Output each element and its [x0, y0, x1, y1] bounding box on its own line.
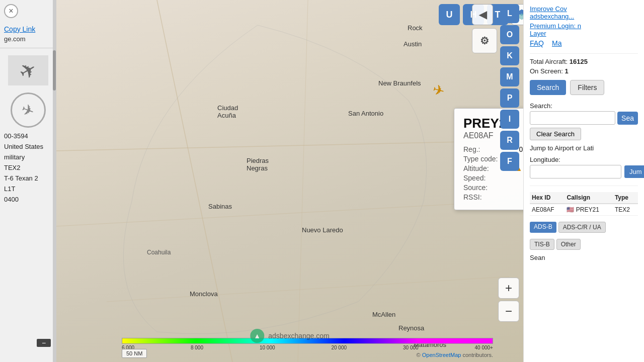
f-button[interactable]: F	[500, 152, 519, 171]
p-button[interactable]: P	[500, 88, 519, 108]
map-background	[56, 0, 523, 362]
aircraft-circle-icon: ✈	[19, 100, 37, 120]
m-button[interactable]: M	[500, 67, 519, 86]
back-button[interactable]: ◀	[472, 4, 493, 25]
sean-label: Sean	[530, 254, 638, 261]
category-field: military	[0, 152, 56, 162]
panel-divider-2	[530, 186, 638, 186]
minus-button[interactable]: −	[37, 339, 51, 347]
popup-reg-label: Reg.:	[463, 145, 480, 153]
panel-links: FAQ Ma	[530, 39, 638, 47]
gear-button[interactable]: ⚙	[472, 28, 497, 53]
jump-input[interactable]	[530, 165, 621, 178]
on-screen-stat: On Screen: 1	[530, 67, 638, 75]
close-button[interactable]: ×	[4, 4, 18, 18]
zoom-in-button[interactable]: +	[498, 278, 519, 299]
callsign-header: Callsign	[565, 192, 612, 204]
map-letter-controls: L O K M P I R F	[500, 4, 519, 171]
color-label-3: 10 000	[260, 345, 275, 350]
l-button[interactable]: L	[500, 4, 519, 23]
close-icon: ×	[9, 7, 13, 16]
popup-rssi-row: RSSI: n/a	[463, 193, 523, 201]
flag-icon: 🇺🇸	[567, 206, 574, 213]
adsb-watermark: ▲ adsbexchange.com	[250, 329, 329, 343]
total-value: 16125	[570, 58, 588, 65]
popup-reg-value: 00-3594	[519, 145, 523, 153]
faq-link[interactable]: FAQ	[530, 39, 544, 47]
wtc-field: L1T	[0, 184, 56, 194]
panel-action-buttons: Search Filters	[530, 80, 638, 95]
adsc-badge[interactable]: ADS-C/R / UA	[558, 222, 606, 233]
popup-alt-label: Altitude:	[463, 164, 489, 172]
scrollbar[interactable]	[53, 0, 56, 362]
adsb-badge[interactable]: ADS-B	[530, 222, 556, 233]
map-right-controls: ◀ ⚙	[472, 4, 497, 53]
table-row[interactable]: AE08AF 🇺🇸 PREY21 TEX2	[530, 204, 638, 216]
color-label-6: 40 000+	[475, 345, 493, 350]
type-header: Type	[613, 192, 638, 204]
table-hex-cell: AE08AF	[530, 204, 565, 216]
search-row: Sea	[530, 111, 638, 125]
search-button[interactable]: Search	[530, 80, 566, 95]
map-zoom-controls: + −	[498, 278, 519, 322]
i-button[interactable]: I	[500, 110, 519, 129]
popup-type-label: Type code:	[463, 155, 498, 163]
improve-cov-link[interactable]: Improve Cov adsbexchang...	[530, 5, 638, 20]
other-badge[interactable]: Other	[556, 239, 581, 250]
popup-speed-label: Speed:	[463, 174, 486, 182]
aircraft-image: ✈	[8, 55, 48, 85]
zoom-out-button[interactable]: −	[498, 301, 519, 322]
type-code-field: TEX2	[0, 162, 56, 173]
aircraft-circle: ✈	[11, 93, 46, 128]
aircraft-silhouette-icon: ✈	[15, 56, 41, 85]
color-label-2: 8 000	[191, 345, 203, 350]
scale-bar: 50 NM	[122, 349, 147, 358]
source-badges: ADS-B ADS-C/R / UA TIS-B Other	[530, 222, 638, 250]
search-inline-button[interactable]: Sea	[617, 112, 638, 125]
premium-login-link[interactable]: Premium Login: n Layer	[530, 22, 638, 37]
table-callsign-cell: 🇺🇸 PREY21	[565, 204, 612, 216]
onscreen-value: 1	[565, 67, 568, 75]
total-aircraft-stat: Total Aircraft: 16125	[530, 58, 638, 65]
color-label-4: 20 000	[331, 345, 347, 350]
r-button[interactable]: R	[500, 131, 519, 150]
u-button[interactable]: U	[439, 4, 460, 25]
openstreetmap-link[interactable]: OpenStreetMap	[422, 352, 461, 358]
country-field: United States	[0, 141, 56, 152]
popup-rssi-label: RSSI:	[463, 193, 482, 201]
ma-link[interactable]: Ma	[552, 39, 561, 47]
tisb-badge[interactable]: TIS-B	[530, 239, 554, 250]
adsb-logo-icon: ▲	[250, 329, 264, 343]
longitude-label: Longitude:	[530, 156, 638, 163]
domain-label: ge.com	[0, 33, 56, 45]
popup-source-label: Source:	[463, 184, 488, 192]
popup-speed-row: Speed: 193 kt	[463, 174, 523, 182]
jump-row: Jum	[530, 165, 638, 178]
divider	[0, 48, 56, 48]
filters-button[interactable]: Filters	[570, 80, 604, 95]
table-header-row: Hex ID Callsign Type	[530, 192, 638, 204]
right-panel: Improve Cov adsbexchang... Premium Login…	[523, 0, 644, 362]
scrollbar-thumb[interactable]	[53, 50, 56, 90]
reg-field: 00-3594	[0, 131, 56, 141]
map-container[interactable]: Rock Austin New Braunfels CiudadAcuña Sa…	[56, 0, 523, 362]
attribution-text: contributors.	[462, 352, 493, 358]
hex-id-header: Hex ID	[530, 192, 565, 204]
panel-divider-1	[530, 53, 638, 54]
left-sidebar: × Copy Link ge.com ✈ ✈ 00-3594 United St…	[0, 0, 56, 362]
search-input[interactable]	[530, 111, 615, 125]
adsb-text: adsbexchange.com	[268, 332, 329, 340]
clear-search-container: Clear Search	[530, 128, 638, 144]
popup-source-row: Source: ADS-B	[463, 184, 523, 192]
table-type-cell: TEX2	[613, 204, 638, 216]
color-bar-labels: 6 000 8 000 10 000 20 000 30 000 40 000+	[122, 345, 493, 350]
o-button[interactable]: O	[500, 25, 519, 44]
squawk-field: 0400	[0, 194, 56, 205]
aircraft-name-field: T-6 Texan 2	[0, 173, 56, 184]
jump-label: Jump to Airport or Lati	[530, 144, 638, 152]
results-table: Hex ID Callsign Type AE08AF 🇺🇸 PREY21 TE…	[530, 192, 638, 216]
clear-search-button[interactable]: Clear Search	[530, 128, 581, 140]
k-button[interactable]: K	[500, 46, 519, 65]
search-label: Search:	[530, 102, 638, 110]
jump-button[interactable]: Jum	[624, 165, 644, 178]
